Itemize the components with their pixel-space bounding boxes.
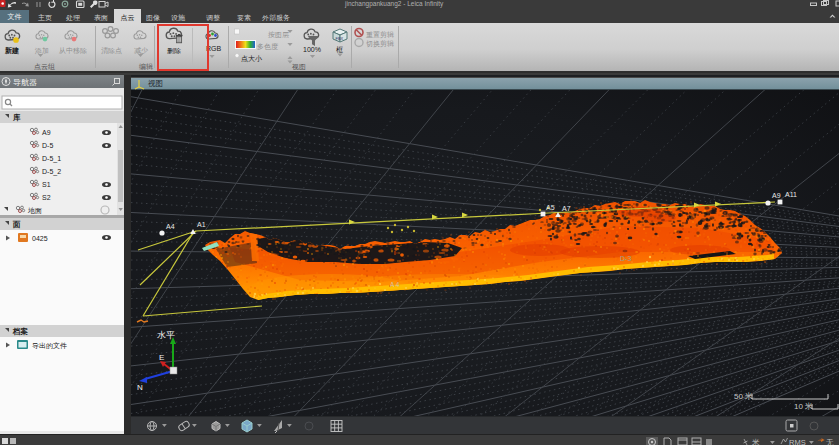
svg-text:0425: 0425 — [32, 235, 48, 242]
svg-text:S1: S1 — [42, 181, 51, 188]
svg-text:S2: S2 — [42, 194, 51, 201]
svg-text:A 4: A 4 — [390, 281, 400, 288]
svg-text:50 米: 50 米 — [734, 392, 753, 401]
svg-text:面: 面 — [12, 220, 21, 229]
svg-text:米: 米 — [752, 438, 760, 445]
svg-text:库: 库 — [12, 113, 21, 122]
svg-text:导航器: 导航器 — [13, 78, 37, 87]
svg-text:A4: A4 — [166, 223, 175, 230]
svg-text:E: E — [159, 353, 164, 362]
svg-text:水平: 水平 — [157, 330, 175, 340]
svg-text:FBX: FBX — [336, 36, 344, 41]
svg-text:A9: A9 — [772, 192, 781, 199]
svg-text:10 米: 10 米 — [794, 402, 813, 411]
svg-text:D-5_1: D-5_1 — [42, 155, 61, 163]
svg-text:导出的文件: 导出的文件 — [32, 341, 67, 350]
svg-text:档案: 档案 — [12, 327, 29, 336]
svg-text:RMS: RMS — [789, 438, 806, 445]
svg-text:D-3: D-3 — [620, 255, 631, 262]
svg-text:A1: A1 — [197, 221, 206, 228]
svg-text:无: 无 — [826, 438, 834, 445]
svg-text:A11: A11 — [785, 191, 797, 198]
svg-text:A7: A7 — [562, 205, 571, 212]
svg-text:A5: A5 — [546, 204, 555, 211]
svg-text:N: N — [137, 383, 143, 392]
svg-text:地面: 地面 — [27, 207, 42, 215]
svg-text:D-5: D-5 — [42, 142, 53, 149]
svg-text:D-5_2: D-5_2 — [42, 168, 61, 176]
svg-text:A9: A9 — [42, 129, 51, 136]
